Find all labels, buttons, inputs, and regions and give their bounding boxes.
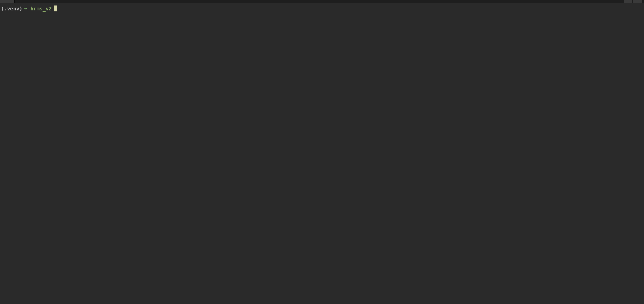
prompt-directory: hrms_v2: [30, 5, 52, 12]
window-controls: [624, 0, 642, 3]
prompt-line: (.venv) ➜ hrms_v2: [1, 5, 643, 12]
prompt-venv: (.venv): [1, 5, 22, 12]
terminal-viewport[interactable]: (.venv) ➜ hrms_v2: [0, 3, 644, 304]
terminal-cursor: [54, 6, 57, 11]
terminal-titlebar: [0, 0, 644, 3]
window-control-button[interactable]: [633, 0, 642, 3]
titlebar-tab[interactable]: [0, 0, 15, 3]
window-control-button[interactable]: [624, 0, 632, 3]
prompt-arrow-icon: ➜: [24, 5, 27, 12]
